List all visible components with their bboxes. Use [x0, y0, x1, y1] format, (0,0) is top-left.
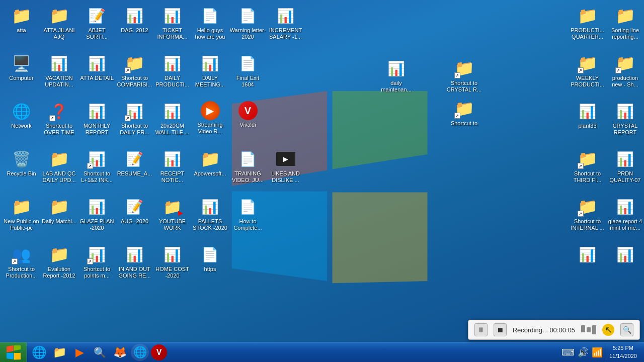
icon-shortcut-l1l2[interactable]: 📊↗ Shortcut to L+1&2 INK... [78, 146, 116, 194]
icon-20x20cm[interactable]: 📊 20x20CM WALL TILE ... [153, 98, 191, 146]
icon-lab-qc[interactable]: 📁 LAB AND QC DAILY UPD... [40, 146, 78, 194]
taskbar-media-player[interactable]: ▶ [70, 344, 89, 361]
icon-shortcut-dailypr[interactable]: 📊↗ Shortcut to DAILY PR... [116, 98, 153, 146]
stop-button[interactable]: ⏹ [494, 323, 507, 336]
icon-hello-guys[interactable]: 📄 Hello guys how are you [191, 3, 229, 50]
icon-in-out-going[interactable]: 📊 IN AND OUT GOING RE... [116, 241, 153, 289]
taskbar-ie[interactable]: 🌐 [30, 344, 48, 361]
taskbar-vivaldi[interactable]: V [151, 344, 167, 360]
icon-increment[interactable]: 📊 INCREMENT SALARY -1... [267, 3, 304, 50]
icon-warning-letter[interactable]: 📄 Warning letter-2020 [229, 3, 267, 50]
icon-shortcut-internal[interactable]: 📁↗ Shortcut to INTERNAL ... [569, 194, 606, 241]
recording-popup: ⏸ ⏹ Recording... 00:00:05 ↖ 🔍 [468, 320, 640, 340]
icon-https[interactable]: 📄 https [191, 241, 229, 289]
tray-keyboard-icon[interactable]: ⌨ [561, 347, 575, 358]
icon-daily-producti[interactable]: 📊 DAILY PRODUCTI... [153, 50, 191, 98]
icon-apowersoft[interactable]: 📁 Apowersoft... [191, 146, 229, 194]
clock-time: 5:25 PM [613, 344, 633, 352]
tray-volume-icon[interactable]: 🔊 [578, 347, 589, 358]
icon-vacation[interactable]: 📊 VACATION UPDATIN... [40, 50, 78, 98]
taskbar-firefox[interactable]: 🦊 [111, 344, 129, 361]
icon-likes-dislike[interactable]: ▶ LIKES AND DISLIKE ... [267, 146, 304, 194]
icon-producti-quarter[interactable]: 📁 PRODUCTI... QUARTER... [569, 3, 606, 50]
icon-atta[interactable]: 📁 atta [3, 3, 40, 50]
taskbar-tray: ⌨ 🔊 📶 5:25 PM 11/14/2020 [557, 342, 644, 363]
icon-glaze-plan[interactable]: 📊 GLAZE PLAN -2020 [78, 194, 116, 241]
tray-network-icon[interactable]: 📶 [592, 347, 603, 358]
icon-empty6a [229, 241, 267, 289]
icon-final-exit[interactable]: 📄 Final Exit 1604 [229, 50, 267, 98]
taskbar: 🌐 📁 ▶ 🔍 🦊 🌐 V ⌨ 🔊 📶 5:25 PM 11/14/2020 [0, 342, 644, 362]
icon-prdn-quality[interactable]: 📊 PRDN QUALITY-07 [606, 146, 644, 194]
icon-empty6b [267, 241, 304, 289]
clock-date: 11/14/2020 [609, 352, 637, 360]
icon-glaze-report4[interactable]: 📊 glaze report 4 mint of me... [606, 194, 644, 241]
icon-shortcut-production[interactable]: 👥↗ Shortcut to Production... [3, 241, 40, 289]
icon-shortcut-crystal[interactable]: 📁↗ Shortcut to CRYSTAL R... [445, 55, 483, 96]
icon-home-cost-2020[interactable]: 📊 HOME COST -2020 [153, 241, 191, 289]
icon-shortcut-comparison[interactable]: 📁↗ Shortcut to COMPARISI... [116, 50, 153, 98]
cursor-indicator: ↖ [602, 324, 614, 336]
icon-resume-a[interactable]: 📝 RESUME_A... [116, 146, 153, 194]
icon-youtube-work[interactable]: 📁 ▶ YOUTUBE WORK [153, 194, 191, 241]
icon-daily-match[interactable]: 📁 Daily Matchi... [40, 194, 78, 241]
start-button[interactable] [0, 342, 27, 363]
icon-empty2 [267, 50, 304, 98]
recording-status: Recording... 00:00:05 [513, 326, 575, 334]
icon-weekly-producti[interactable]: 📁↗ WEEKLY PRODUCTI... [569, 50, 606, 98]
icon-how-to-complete[interactable]: 📄 How to Complete... [229, 194, 267, 241]
icon-excel-bottom1[interactable]: 📊 [569, 241, 606, 289]
icon-shortcut-shortcut[interactable]: 📁↗ Shortcut to [445, 96, 483, 136]
icon-production-new[interactable]: 📁↗ production new - Sh... [606, 50, 644, 98]
icon-empty5 [267, 194, 304, 241]
icon-monthly-report[interactable]: 📊 MONTHLY REPORT [78, 98, 116, 146]
icon-streaming[interactable]: ▶ Streaming Video R... [191, 98, 229, 146]
icon-new-public-pc[interactable]: 📁 New Public on Public-pc [3, 194, 40, 241]
icon-receipt-notic[interactable]: 📊 RECEIPT NOTIC... [153, 146, 191, 194]
clock[interactable]: 5:25 PM 11/14/2020 [606, 344, 640, 360]
taskbar-chrome[interactable]: 🌐 [131, 344, 149, 361]
icon-atta-jilani[interactable]: 📁 ATTA JILANI AJQ [40, 3, 78, 50]
icon-recycle[interactable]: 🗑️ Recycle Bin [3, 146, 40, 194]
search-tray-icon[interactable]: 🔍 [620, 323, 633, 336]
pause-button[interactable]: ⏸ [474, 323, 488, 336]
icon-network[interactable]: 🌐 Network [3, 98, 40, 146]
icon-atta-detail[interactable]: 📊 ATTA DETAIL [78, 50, 116, 98]
taskbar-search[interactable]: 🔍 [91, 344, 109, 361]
icon-sorting-line[interactable]: 📁 Sorting line reporting... [606, 3, 644, 50]
icon-training-video[interactable]: 📄 TRAINING VIDEO: JU... [229, 146, 267, 194]
icon-evalution-report[interactable]: 📁 Evalution Report -2012 [40, 241, 78, 289]
icon-aug-2020[interactable]: 📝 AUG -2020 [116, 194, 153, 241]
icon-shortcut-overtime[interactable]: ❓↗ Shortcut to OVER TIME [40, 98, 78, 146]
icon-daily-maintenan[interactable]: 📊 daily maintenan... [377, 55, 415, 96]
desktop: 📁 atta 📁 ATTA JILANI AJQ 📝 ABJET SORTI..… [0, 0, 644, 342]
taskbar-file-explorer[interactable]: 📁 [50, 344, 68, 361]
icon-vivaldi[interactable]: V Vivaldi [229, 98, 267, 146]
icon-crystal-report[interactable]: 📊 CRYSTAL REPORT [606, 98, 644, 146]
icon-ticket[interactable]: 📊 TICKET INFORMA... [153, 3, 191, 50]
icon-pallets-stock[interactable]: 📊 PALLETS STOCK -2020 [191, 194, 229, 241]
icon-empty3 [267, 98, 304, 146]
icon-excel-bottom2[interactable]: 📊 [606, 241, 644, 289]
icon-dag2012[interactable]: 📊 DAG. 2012 [116, 3, 153, 50]
desktop-icons-left: 📁 atta 📁 ATTA JILANI AJQ 📝 ABJET SORTI..… [3, 3, 304, 289]
icon-computer[interactable]: 🖥️ Computer [3, 50, 40, 98]
desktop-icons-right: 📁 PRODUCTI... QUARTER... 📁 Sorting line … [569, 3, 644, 289]
icon-daily-meeting[interactable]: 📊 DAILY MEETING... [191, 50, 229, 98]
taskbar-apps: 🌐 📁 ▶ 🔍 🦊 🌐 V [27, 342, 557, 363]
icon-abjet[interactable]: 📝 ABJET SORTI... [78, 3, 116, 50]
icon-shortcut-points[interactable]: 📊↗ Shortcut to points m... [78, 241, 116, 289]
icon-shortcut-third[interactable]: 📁↗ Shortcut to THIRD FI... [569, 146, 606, 194]
icon-plant33[interactable]: 📊 plant33 [569, 98, 606, 146]
